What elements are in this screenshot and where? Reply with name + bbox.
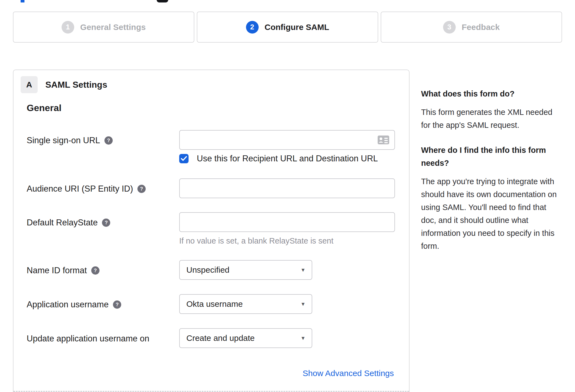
help-icon[interactable]: ? [113,300,121,309]
clipped-tab-underline-fragment [21,0,24,2]
contact-card-icon[interactable] [377,135,389,145]
help-icon[interactable]: ? [102,219,110,227]
general-group-heading: General [27,103,62,113]
update-username-select[interactable]: Create and update ▾ [179,328,312,348]
field-label: Application username [27,300,109,310]
step-configure-saml[interactable]: 2 Configure SAML [197,12,378,43]
field-label-wrap: Single sign-on URL ? [27,136,113,145]
chevron-down-icon: ▾ [302,335,305,342]
field-label-wrap: Application username ? [27,300,121,310]
help-icon[interactable]: ? [137,185,146,193]
name-id-format-select[interactable]: Unspecified ▾ [179,260,312,280]
help-section-heading: What does this form do? [421,87,563,100]
step-number-badge: 1 [62,21,74,34]
selected-value: Okta username [186,299,243,309]
selected-value: Unspecified [186,265,230,275]
recipient-url-checkbox[interactable] [179,154,189,163]
help-section-body: This form generates the XML needed for t… [421,106,563,132]
field-label: Audience URI (SP Entity ID) [27,184,133,194]
help-section: Where do I find the info this form needs… [421,144,563,253]
step-number-badge: 2 [246,21,259,34]
field-label: Update application username on [27,334,149,344]
sso-url-input-wrap [179,130,395,150]
audience-uri-input[interactable] [179,178,395,198]
help-icon[interactable]: ? [104,136,113,145]
selected-value: Create and update [186,333,255,343]
help-icon[interactable]: ? [91,266,99,275]
step-general-settings[interactable]: 1 General Settings [13,12,194,43]
wizard-stepper: 1 General Settings 2 Configure SAML 3 Fe… [13,12,562,43]
audience-uri-input-wrap [179,178,395,198]
recipient-url-checkbox-label: Use this for Recipient URL and Destinati… [197,154,378,164]
help-section-body: The app you're trying to integrate with … [421,175,563,253]
step-label: General Settings [80,23,146,32]
section-dashed-divider [13,391,409,392]
recipient-url-checkbox-row: Use this for Recipient URL and Destinati… [179,154,378,164]
saml-settings-panel: A SAML Settings General Single sign-on U… [13,70,410,392]
clipped-icon-fragment [157,0,168,2]
relay-state-input[interactable] [179,212,395,232]
section-a-badge: A [21,76,38,93]
step-number-badge: 3 [443,21,456,34]
field-label-wrap: Name ID format ? [27,266,99,275]
field-label-wrap: Default RelayState ? [27,218,110,228]
chevron-down-icon: ▾ [302,266,305,274]
relay-state-hint: If no value is set, a blank RelayState i… [179,236,333,245]
field-label-wrap: Audience URI (SP Entity ID) ? [27,184,146,194]
chevron-down-icon: ▾ [302,300,305,308]
panel-title: SAML Settings [45,76,107,93]
app-username-select[interactable]: Okta username ▾ [179,294,312,314]
step-label: Configure SAML [265,23,329,32]
show-advanced-settings-link[interactable]: Show Advanced Settings [303,369,394,378]
field-label: Name ID format [27,266,87,275]
step-label: Feedback [462,23,500,32]
help-section: What does this form do? This form genera… [421,87,563,132]
help-sidebar: What does this form do? This form genera… [421,87,563,253]
field-label: Single sign-on URL [27,136,100,145]
step-feedback[interactable]: 3 Feedback [381,12,562,43]
field-label: Default RelayState [27,218,98,228]
sso-url-input[interactable] [179,130,395,150]
field-label-wrap: Update application username on [27,334,149,344]
help-section-heading: Where do I find the info this form needs… [421,144,563,170]
relay-state-input-wrap [179,212,395,232]
